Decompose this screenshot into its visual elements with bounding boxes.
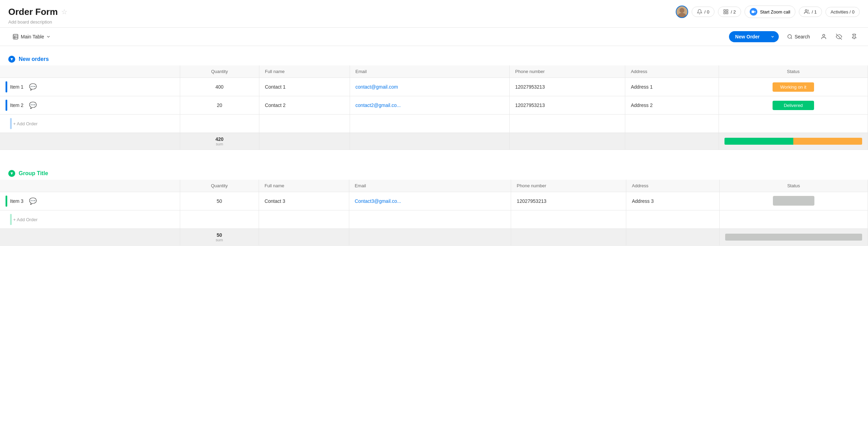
group-toggle-new-orders[interactable]: ▼ (8, 56, 15, 63)
group-bar (6, 81, 7, 92)
add-order-email-2 (349, 210, 511, 229)
comment-icon[interactable]: 💬 (29, 83, 37, 91)
sum-row: 420 sum (0, 133, 868, 150)
notifications-count: / 0 (704, 9, 709, 15)
fullname-cell[interactable]: Contact 3 (259, 192, 349, 210)
group-title-group-title[interactable]: Group Title (19, 170, 48, 177)
toolbar-left: Main Table (8, 32, 55, 42)
table-header-new-orders: Quantity Full name Email Phone number Ad… (0, 65, 868, 78)
col-header-status-1: Status (719, 65, 868, 78)
add-order-label-2[interactable]: + Add Order (13, 217, 37, 222)
status-summary-gray (725, 234, 862, 241)
svg-line-15 (791, 38, 792, 39)
new-order-arrow-icon[interactable] (766, 32, 779, 42)
pin-icon (851, 34, 857, 40)
integrations-button[interactable]: / 2 (718, 7, 741, 17)
board-description[interactable]: Add board description (8, 19, 860, 25)
add-order-phone (509, 115, 625, 133)
add-order-row-2[interactable]: + Add Order (0, 210, 868, 229)
address-cell[interactable]: Address 1 (625, 78, 719, 96)
add-order-label[interactable]: + Add Order (13, 121, 37, 126)
address-cell[interactable]: Address 2 (625, 96, 719, 115)
address-cell[interactable]: Address 3 (626, 192, 719, 210)
phone-cell[interactable]: 12027953213 (511, 192, 626, 210)
page-title: Order Form (8, 7, 58, 17)
item-name[interactable]: Item 2 (10, 102, 24, 108)
col-header-phone-2: Phone number (511, 180, 626, 192)
item-name[interactable]: Item 3 (10, 198, 24, 204)
group-header-new-orders: ▼ New orders (0, 53, 868, 65)
integrations-count: / 2 (731, 9, 736, 15)
email-link[interactable]: contact2@gmail.co... (355, 102, 401, 108)
col-header-quantity-2: Quantity (180, 180, 259, 192)
status-summary-2 (725, 234, 862, 241)
col-header-name-2 (0, 180, 180, 192)
sum-col-3b (349, 229, 511, 246)
email-cell[interactable]: contact2@gmail.co... (350, 96, 509, 115)
search-label: Search (795, 34, 810, 39)
status-cell[interactable] (719, 192, 868, 210)
zoom-icon (750, 8, 757, 16)
search-button[interactable]: Search (783, 32, 814, 42)
table-header-group-title: Quantity Full name Email Phone number Ad… (0, 180, 868, 192)
phone-cell[interactable]: 12027953213 (509, 78, 625, 96)
main-table-label: Main Table (21, 34, 44, 39)
add-order-phone-2 (511, 210, 626, 229)
sum-col-4b (511, 229, 626, 246)
status-badge-delivered[interactable]: Delivered (773, 101, 814, 110)
add-order-cell[interactable]: + Add Order (0, 115, 180, 133)
comment-icon[interactable]: 💬 (29, 197, 37, 205)
email-link[interactable]: Contact3@gmail.co... (355, 198, 401, 204)
members-button[interactable]: / 1 (799, 7, 822, 17)
status-cell[interactable]: Delivered (719, 96, 868, 115)
user-icon-button[interactable] (818, 31, 829, 42)
activities-button[interactable]: Activities / 0 (825, 7, 860, 17)
quantity-cell[interactable]: 20 (180, 96, 259, 115)
sum-col-2 (259, 133, 350, 150)
pin-icon-button[interactable] (849, 31, 860, 42)
email-cell[interactable]: Contact3@gmail.co... (349, 192, 511, 210)
table-row: Item 1 💬 400 Contact 1 contact@gmail.com… (0, 78, 868, 96)
activities-label: Activities / 0 (831, 9, 855, 15)
quantity-cell[interactable]: 50 (180, 192, 259, 210)
phone-cell[interactable]: 12027953213 (509, 96, 625, 115)
integrations-icon (723, 9, 729, 15)
fullname-cell[interactable]: Contact 2 (259, 96, 350, 115)
svg-rect-4 (727, 10, 728, 11)
members-count: / 1 (812, 9, 816, 15)
sum-status-col-2 (719, 229, 868, 246)
table-row: Item 3 💬 50 Contact 3 Contact3@gmail.co.… (0, 192, 868, 210)
eye-slash-icon (836, 34, 842, 40)
favorite-icon[interactable]: ☆ (61, 8, 67, 16)
sum-col-5 (625, 133, 719, 150)
svg-rect-10 (13, 34, 18, 39)
email-link[interactable]: contact@gmail.com (355, 84, 398, 90)
zoom-button[interactable]: Start Zoom call (745, 6, 795, 18)
notifications-button[interactable]: / 0 (692, 7, 714, 17)
eye-slash-icon-button[interactable] (833, 31, 844, 42)
email-cell[interactable]: contact@gmail.com (350, 78, 509, 96)
svg-rect-5 (727, 12, 728, 14)
add-order-cell-2[interactable]: + Add Order (0, 210, 180, 229)
quantity-cell[interactable]: 400 (180, 78, 259, 96)
col-header-name (0, 65, 180, 78)
add-order-name (259, 115, 350, 133)
group-title-new-orders[interactable]: New orders (19, 56, 49, 62)
add-order-row[interactable]: + Add Order (0, 115, 868, 133)
avatar[interactable] (676, 6, 688, 18)
fullname-cell[interactable]: Contact 1 (259, 78, 350, 96)
group-bar (6, 100, 7, 111)
sum-col-3 (350, 133, 509, 150)
status-badge-empty[interactable] (773, 196, 814, 206)
item-name-cell: Item 2 💬 (0, 96, 180, 115)
sum-spacer (0, 133, 180, 150)
item-name[interactable]: Item 1 (10, 84, 24, 90)
status-cell[interactable]: Working on it (719, 78, 868, 96)
status-badge-working[interactable]: Working on it (773, 82, 814, 92)
new-order-button[interactable]: New Order (729, 31, 779, 42)
comment-icon[interactable]: 💬 (29, 101, 37, 109)
main-table-button[interactable]: Main Table (8, 32, 55, 42)
status-summary (724, 138, 862, 145)
user-icon (821, 34, 827, 40)
group-toggle-group-title[interactable]: ▼ (8, 170, 15, 177)
